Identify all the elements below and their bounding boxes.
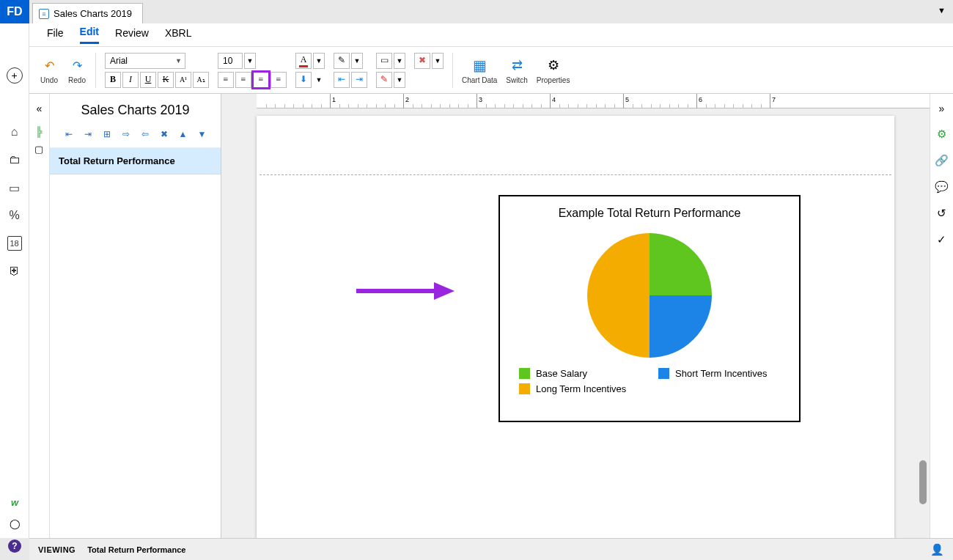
- legend-label-long: Long Term Incentives: [536, 383, 626, 394]
- legend-item-base: Base Salary: [519, 368, 629, 379]
- align-left-button[interactable]: ≡: [218, 72, 234, 88]
- status-doc: Total Return Performance: [87, 545, 185, 554]
- margin-guide: [260, 174, 891, 175]
- gear-icon[interactable]: ⚙: [935, 128, 949, 141]
- app-badge[interactable]: FD: [0, 0, 29, 23]
- shield-icon[interactable]: ⛨: [7, 264, 22, 279]
- redo-button[interactable]: ↷: [67, 56, 87, 75]
- menu-xbrl[interactable]: XBRL: [165, 27, 192, 43]
- chart-object[interactable]: Example Total Return Performance Base Sa…: [498, 195, 801, 422]
- left-rail: + ⌂ 🗀 ▭ % 18 ⛨: [0, 23, 29, 538]
- undo-button[interactable]: ↶: [40, 56, 59, 75]
- outline-tool-down[interactable]: ▼: [196, 128, 209, 140]
- outline-tool-indent[interactable]: ⇥: [81, 128, 95, 140]
- legend-item-short: Short Term Incentives: [658, 368, 768, 379]
- annotation-arrow: [353, 280, 456, 302]
- chart-title: Example Total Return Performance: [500, 196, 799, 220]
- outline-tool-up[interactable]: ▲: [177, 128, 190, 140]
- fill-dropdown[interactable]: ▼: [394, 53, 405, 69]
- home-icon[interactable]: ⌂: [7, 125, 22, 139]
- check-icon[interactable]: ✓: [935, 233, 949, 246]
- highlight-button[interactable]: ✎: [334, 53, 350, 69]
- document-tab-label: Sales Charts 2019: [54, 8, 132, 19]
- legend-item-long: Long Term Incentives: [519, 383, 629, 394]
- history-icon[interactable]: ↺: [935, 207, 949, 220]
- highlight-dropdown[interactable]: ▼: [351, 53, 363, 69]
- number-icon[interactable]: 18: [7, 236, 22, 251]
- indent-decrease-button[interactable]: ⇤: [334, 72, 350, 88]
- properties-button[interactable]: ⚙: [544, 56, 563, 75]
- outline-tool-move-left[interactable]: ⇦: [139, 128, 152, 140]
- outline-tool-insert[interactable]: ⊞: [100, 128, 114, 140]
- bold-button[interactable]: B: [105, 72, 121, 88]
- font-size-combo[interactable]: 10: [218, 53, 243, 69]
- valign-button[interactable]: ⬇: [295, 72, 312, 88]
- underline-button[interactable]: U: [140, 72, 156, 88]
- add-button[interactable]: +: [7, 67, 23, 84]
- switch-button[interactable]: ⇄: [507, 56, 526, 75]
- menu-file[interactable]: File: [47, 27, 64, 43]
- redo-label: Redo: [68, 76, 86, 84]
- menu-bar: File Edit Review XBRL: [29, 23, 953, 47]
- menu-edit[interactable]: Edit: [80, 26, 99, 44]
- italic-button[interactable]: I: [122, 72, 139, 88]
- folder-icon[interactable]: 🗀: [7, 152, 22, 167]
- comment-icon[interactable]: 💬: [935, 180, 949, 194]
- align-center-button[interactable]: ≡: [235, 72, 251, 88]
- tree-icon[interactable]: ╠: [32, 125, 45, 138]
- font-size-dropdown[interactable]: ▼: [244, 53, 256, 69]
- valign-dropdown[interactable]: ▼: [313, 72, 325, 88]
- status-user-icon[interactable]: 👤: [930, 543, 944, 556]
- strike-button[interactable]: K: [158, 72, 174, 88]
- pie-chart: [587, 233, 712, 358]
- clear-format-button[interactable]: ✎: [376, 72, 392, 88]
- subscript-button[interactable]: A₁: [193, 72, 209, 88]
- tag-icon[interactable]: ▢: [32, 142, 45, 155]
- document-tab[interactable]: ≡ Sales Charts 2019: [32, 3, 143, 23]
- percent-icon[interactable]: %: [7, 208, 22, 223]
- ruler: 1234567: [257, 94, 930, 108]
- superscript-button[interactable]: A¹: [175, 72, 191, 88]
- font-name-combo[interactable]: Arial▼: [105, 53, 185, 69]
- fill-button[interactable]: ▭: [376, 53, 392, 69]
- outline-tool-delete[interactable]: ✖: [158, 128, 171, 140]
- menu-review[interactable]: Review: [115, 27, 149, 43]
- align-right-button[interactable]: ≡: [253, 72, 269, 88]
- swatch-base: [519, 368, 530, 379]
- help-icon[interactable]: ?: [8, 539, 21, 553]
- remove-button[interactable]: ✖: [414, 53, 430, 69]
- canvas-area: 1234567 Example Total Return Performance…: [221, 94, 930, 538]
- right-rail: ⚙ 🔗 💬 ↺ ✓: [930, 94, 953, 538]
- clear-format-dropdown[interactable]: ▼: [394, 72, 405, 88]
- toolbar: ↶ Undo ↷ Redo Arial▼ B I U K A¹ A₁ 10 ▼: [29, 47, 953, 94]
- user-circle-icon[interactable]: ◯: [10, 518, 21, 529]
- switch-label: Switch: [506, 76, 527, 84]
- font-name-value: Arial: [110, 56, 128, 66]
- scrollbar-thumb[interactable]: [919, 460, 927, 504]
- link-icon[interactable]: 🔗: [935, 154, 949, 167]
- tab-overflow-caret[interactable]: ▼: [938, 6, 946, 15]
- undo-label: Undo: [40, 76, 58, 84]
- outline-tool-outdent[interactable]: ⇤: [62, 128, 76, 140]
- align-justify-button[interactable]: ≡: [271, 72, 287, 88]
- outline-item[interactable]: Total Return Performance: [50, 148, 221, 174]
- swatch-short: [658, 368, 669, 379]
- outline-collapse-bar: [29, 94, 50, 538]
- status-bar: VIEWING Total Return Performance 👤: [29, 538, 953, 560]
- outline-tool-move-right[interactable]: ⇨: [119, 128, 133, 140]
- indent-increase-button[interactable]: ⇥: [351, 72, 367, 88]
- w-icon[interactable]: w: [11, 497, 18, 508]
- expand-right-panel-button[interactable]: [939, 103, 945, 114]
- outline-title: Sales Charts 2019: [50, 94, 221, 124]
- font-color-dropdown[interactable]: ▼: [313, 53, 325, 69]
- font-color-button[interactable]: A: [295, 53, 312, 69]
- outline-toolbar: ⇤ ⇥ ⊞ ⇨ ⇦ ✖ ▲ ▼: [50, 124, 221, 148]
- document-page[interactable]: Example Total Return Performance Base Sa…: [257, 116, 894, 538]
- outline-panel: Sales Charts 2019 ⇤ ⇥ ⊞ ⇨ ⇦ ✖ ▲ ▼ Total …: [50, 94, 221, 538]
- chart-legend: Base Salary Short Term Incentives Long T…: [500, 358, 799, 394]
- page-icon[interactable]: ▭: [7, 180, 22, 195]
- remove-dropdown[interactable]: ▼: [432, 53, 444, 69]
- chart-data-button[interactable]: ▦: [470, 56, 489, 75]
- separator: [95, 53, 96, 88]
- collapse-outline-button[interactable]: [37, 103, 43, 538]
